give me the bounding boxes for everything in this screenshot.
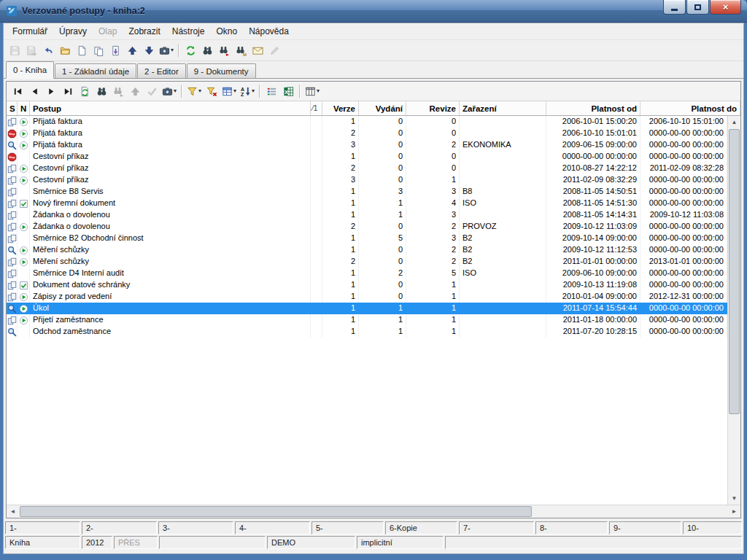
close-button[interactable]: ×: [710, 0, 741, 15]
table-row[interactable]: Směrnice B2 Obchodní činnost153B22009-10…: [7, 233, 727, 244]
vertical-scrollbar[interactable]: ▲ ▼: [727, 116, 740, 505]
table-row[interactable]: Směrnice B8 Servis133B82008-11-05 14:50:…: [7, 186, 727, 198]
table-row[interactable]: Nový firemní dokument114ISO2008-11-05 14…: [7, 198, 727, 209]
column-header-verze[interactable]: Verze: [322, 101, 359, 115]
filter-button[interactable]: ▾: [185, 83, 203, 99]
columns-dropdown-arrow[interactable]: ▾: [317, 88, 320, 94]
refresh-record-button[interactable]: [77, 83, 93, 99]
table-row[interactable]: Dokument datové schránky1012009-10-13 11…: [7, 279, 727, 291]
scroll-down-arrow[interactable]: ▼: [728, 492, 740, 505]
camera-dropdown-arrow[interactable]: ▾: [174, 88, 177, 94]
column-header-od[interactable]: Platnost od: [546, 101, 640, 115]
table-row[interactable]: Zápisy z porad vedení1012010-01-04 09:00…: [7, 291, 727, 303]
table-row[interactable]: Žádanka o dovolenou1132008-11-05 14:14:3…: [7, 209, 727, 221]
mail-button[interactable]: [249, 42, 266, 58]
columns-button[interactable]: ▾: [303, 83, 321, 99]
save-button[interactable]: [7, 42, 23, 58]
camera-dropdown-arrow[interactable]: ▾: [171, 47, 174, 53]
tab-dokumenty[interactable]: 9 - Dokumenty: [187, 63, 256, 78]
menu-item-zobrazit[interactable]: Zobrazit: [123, 24, 166, 39]
play-icon: [19, 257, 28, 267]
zarazeni-cell: ISO: [460, 268, 546, 279]
edit-button[interactable]: [266, 42, 282, 58]
table-row[interactable]: Přijetí zaměstnance1112011-01-18 00:00:0…: [7, 314, 727, 326]
table-row[interactable]: Žádanka o dovolenou202PROVOZ2009-10-12 1…: [7, 221, 727, 233]
menu-item-okno[interactable]: Okno: [210, 24, 243, 39]
prev-record-button[interactable]: [26, 83, 42, 99]
vertical-scroll-thumb[interactable]: [729, 129, 740, 414]
play-icon: [19, 176, 28, 185]
save-close-button[interactable]: [23, 42, 39, 58]
data-grid: SNPostup⁄1VerzeVydáníRevizeZařazeníPlatn…: [7, 101, 740, 518]
find-button[interactable]: [93, 83, 109, 99]
paste-record-button[interactable]: [107, 42, 123, 58]
sort-dropdown-arrow[interactable]: ▾: [252, 88, 255, 94]
camera-button[interactable]: ▾: [160, 83, 178, 99]
tab-editor[interactable]: 2 - Editor: [137, 63, 186, 78]
vertical-scroll-track[interactable]: [728, 128, 740, 492]
copy-record-button[interactable]: [90, 42, 107, 58]
menu-item-nastroje[interactable]: Nástroje: [166, 24, 211, 39]
minimize-button[interactable]: [663, 0, 686, 15]
filter-dropdown-arrow[interactable]: ▾: [198, 88, 201, 94]
column-header-do[interactable]: Platnost do: [640, 101, 740, 115]
pivot-button[interactable]: ▾: [220, 83, 238, 99]
menu-item-olap[interactable]: Olap: [93, 24, 123, 39]
tab-zakladni-udaje[interactable]: 1 - Základní údaje: [55, 63, 136, 78]
refresh-button[interactable]: [182, 42, 198, 58]
accept-button[interactable]: [144, 83, 160, 99]
move-down-button[interactable]: [141, 42, 157, 58]
sort-button[interactable]: AZ▾: [239, 83, 256, 99]
table-row[interactable]: Přijatá faktura302EKONOMIKA2009-06-15 09…: [7, 139, 727, 151]
n-cell: [18, 268, 30, 279]
revize-cell: 0: [406, 163, 460, 174]
tab-kniha[interactable]: 0 - Kniha: [6, 61, 54, 79]
open-button[interactable]: [57, 42, 73, 58]
column-header-postup[interactable]: Postup: [30, 101, 311, 115]
menu-item-formular[interactable]: Formulář: [7, 24, 53, 39]
column-header-revize[interactable]: Revize: [406, 101, 460, 115]
summary-button[interactable]: [263, 83, 279, 99]
column-header-s[interactable]: S: [7, 101, 18, 115]
find-special-button[interactable]: M: [233, 42, 249, 58]
column-header-zarazeni[interactable]: Zařazení: [460, 101, 546, 115]
find-next-button[interactable]: [216, 42, 232, 58]
horizontal-scrollbar[interactable]: ◄ ►: [7, 505, 740, 518]
last-record-button[interactable]: [60, 83, 76, 99]
table-row[interactable]: Cestovní příkaz3012011-02-09 08:32:29000…: [7, 174, 727, 186]
maximize-button[interactable]: [686, 0, 709, 15]
titlebar[interactable]: Verzované postupy - kniha:2 ×: [0, 0, 747, 23]
first-record-button[interactable]: [9, 83, 26, 99]
new-record-button[interactable]: [74, 42, 90, 58]
menu-item-napoveda[interactable]: Nápověda: [243, 24, 295, 39]
table-row[interactable]: Úkol1112011-07-14 15:54:440000-00-00 00:…: [7, 303, 727, 314]
excel-export-button[interactable]: X: [280, 83, 296, 99]
camera-button[interactable]: ▾: [158, 42, 175, 58]
next-record-button[interactable]: [43, 83, 59, 99]
horizontal-scroll-track[interactable]: [19, 505, 728, 518]
undo-button[interactable]: [40, 42, 56, 58]
table-row[interactable]: Měření schůzky202B22011-01-01 00:00:0020…: [7, 256, 727, 268]
table-row[interactable]: Odchod zaměstnance1112011-07-20 10:28:15…: [7, 326, 727, 338]
column-header-n[interactable]: N: [18, 101, 30, 115]
table-row[interactable]: Měření schůzky102B22009-10-12 11:12:5300…: [7, 244, 727, 256]
scroll-right-arrow[interactable]: ►: [728, 505, 740, 518]
scroll-left-arrow[interactable]: ◄: [7, 505, 19, 518]
find-next-button[interactable]: [110, 83, 126, 99]
pivot-dropdown-arrow[interactable]: ▾: [233, 88, 236, 94]
table-row[interactable]: StopCestovní příkaz1000000-00-00 00:00:0…: [7, 151, 727, 163]
horizontal-scroll-thumb[interactable]: [20, 506, 532, 517]
menu-item-upravy[interactable]: Úpravy: [53, 24, 93, 39]
table-row[interactable]: Cestovní příkaz2002010-08-27 14:22:12201…: [7, 163, 727, 174]
table-row[interactable]: Přijatá faktura1002006-10-01 15:00:20200…: [7, 116, 727, 128]
column-header-vydani[interactable]: Vydání: [359, 101, 406, 115]
table-row[interactable]: StopPřijatá faktura2002006-10-10 15:01:0…: [7, 128, 727, 139]
column-header-sort[interactable]: ⁄1: [311, 101, 322, 115]
filter-clear-button[interactable]: [204, 83, 220, 99]
find-button[interactable]: [199, 42, 215, 58]
scroll-up-arrow[interactable]: ▲: [728, 116, 740, 128]
app-icon[interactable]: [6, 5, 18, 17]
table-row[interactable]: Směrnice D4 Interní audit125ISO2009-06-1…: [7, 268, 727, 279]
move-up-button[interactable]: [127, 83, 143, 99]
move-up-button[interactable]: [124, 42, 140, 58]
